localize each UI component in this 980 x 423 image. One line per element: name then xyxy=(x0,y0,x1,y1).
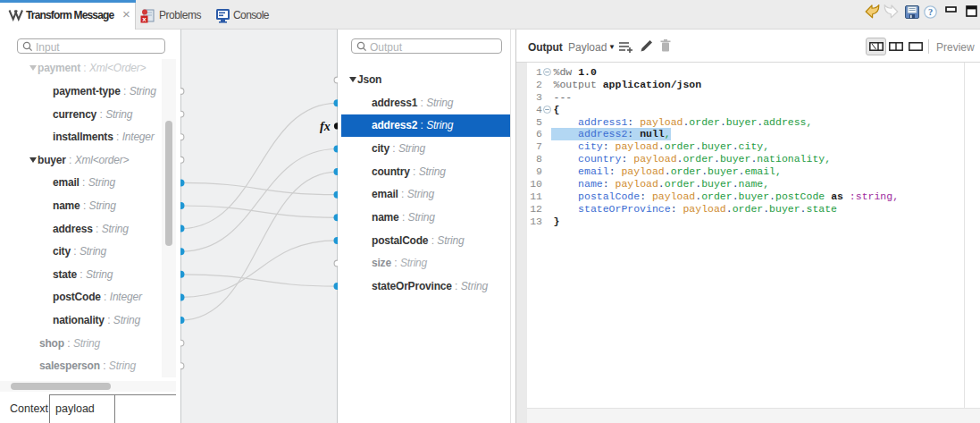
svg-text:?: ? xyxy=(928,7,933,17)
svg-text:x: x xyxy=(142,15,147,23)
